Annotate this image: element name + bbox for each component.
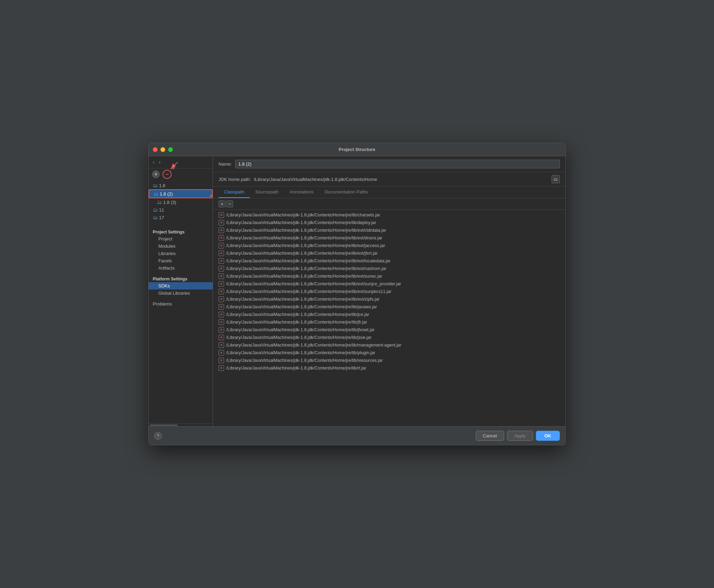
sidebar-item-label: Global Libraries (158, 291, 190, 296)
classpath-item[interactable]: ✕/Library/Java/JavaVirtualMachines/jdk-1… (213, 364, 565, 372)
tab-annotations[interactable]: Annotations (284, 186, 319, 198)
classpath-path: /Library/Java/JavaVirtualMachines/jdk-1.… (226, 228, 386, 233)
classpath-item[interactable]: ✕/Library/Java/JavaVirtualMachines/jdk-1… (213, 311, 565, 318)
ok-button[interactable]: OK (536, 431, 560, 441)
sidebar-list: 🗂 1.8 🗂 1.8 (2) (149, 180, 213, 423)
classpath-list: ✕/Library/Java/JavaVirtualMachines/jdk-1… (213, 210, 565, 426)
classpath-item[interactable]: ✕/Library/Java/JavaVirtualMachines/jdk-1… (213, 280, 565, 288)
classpath-item[interactable]: ✕/Library/Java/JavaVirtualMachines/jdk-1… (213, 341, 565, 349)
sidebar-item-label: Modules (158, 244, 175, 249)
classpath-item[interactable]: ✕/Library/Java/JavaVirtualMachines/jdk-1… (213, 334, 565, 341)
add-sdk-button[interactable]: + (152, 170, 160, 178)
sidebar-item-project[interactable]: Project (149, 235, 213, 243)
annotation-2: 2 (173, 165, 175, 170)
jdk-path-row: JDK home path: /Library/Java/JavaVirtual… (213, 172, 565, 186)
classpath-path: /Library/Java/JavaVirtualMachines/jdk-1.… (226, 320, 367, 325)
jar-icon: ✕ (219, 258, 224, 264)
classpath-item[interactable]: ✕/Library/Java/JavaVirtualMachines/jdk-1… (213, 288, 565, 295)
sdk-item-17[interactable]: 🗂 17 (149, 214, 213, 221)
classpath-path: /Library/Java/JavaVirtualMachines/jdk-1.… (226, 259, 390, 263)
sidebar-item-artifacts[interactable]: Artifacts (149, 264, 213, 272)
sidebar-item-label: SDKs (158, 283, 170, 288)
platform-settings-header: Platform Settings (149, 275, 213, 282)
classpath-path: /Library/Java/JavaVirtualMachines/jdk-1.… (226, 343, 402, 348)
sdk-item-1.8-3[interactable]: 🗂 1.8 (3) (149, 198, 213, 206)
classpath-path: /Library/Java/JavaVirtualMachines/jdk-1.… (226, 327, 374, 332)
sdk-label: 1.8 (159, 183, 165, 188)
sdk-item-1.8[interactable]: 🗂 1.8 (149, 182, 213, 189)
cancel-button[interactable]: Cancel (476, 431, 504, 441)
name-label: Name: (219, 161, 232, 167)
sidebar-item-libraries[interactable]: Libraries (149, 250, 213, 257)
forward-button[interactable]: › (157, 158, 162, 166)
sidebar-nav: ‹ › (149, 156, 213, 168)
help-button[interactable]: ? (154, 432, 162, 440)
classpath-item[interactable]: ✕/Library/Java/JavaVirtualMachines/jdk-1… (213, 295, 565, 303)
sidebar-item-modules[interactable]: Modules (149, 243, 213, 250)
project-structure-window: Project Structure ‹ › + − 2 (148, 143, 566, 445)
sidebar-item-sdks[interactable]: SDKs (149, 282, 213, 289)
name-input[interactable] (235, 160, 560, 168)
remove-classpath-button[interactable]: − (226, 200, 233, 207)
classpath-path: /Library/Java/JavaVirtualMachines/jdk-1.… (226, 350, 375, 355)
classpath-path: /Library/Java/JavaVirtualMachines/jdk-1.… (226, 312, 369, 317)
classpath-item[interactable]: ✕/Library/Java/JavaVirtualMachines/jdk-1… (213, 257, 565, 265)
classpath-path: /Library/Java/JavaVirtualMachines/jdk-1.… (226, 281, 401, 286)
sidebar-item-label: Artifacts (158, 265, 175, 271)
apply-button[interactable]: Apply (507, 431, 533, 441)
classpath-item[interactable]: ✕/Library/Java/JavaVirtualMachines/jdk-1… (213, 318, 565, 326)
sdk-label: 17 (159, 215, 164, 220)
jar-icon: ✕ (219, 266, 224, 271)
jar-icon: ✕ (219, 327, 224, 333)
sidebar-item-global-libraries[interactable]: Global Libraries (149, 289, 213, 297)
sdk-folder-icon: 🗂 (153, 191, 158, 197)
classpath-path: /Library/Java/JavaVirtualMachines/jdk-1.… (226, 220, 376, 225)
classpath-item[interactable]: ✕/Library/Java/JavaVirtualMachines/jdk-1… (213, 326, 565, 334)
classpath-item[interactable]: ✕/Library/Java/JavaVirtualMachines/jdk-1… (213, 227, 565, 234)
tab-documentation-paths[interactable]: Documentation Paths (319, 186, 373, 198)
classpath-path: /Library/Java/JavaVirtualMachines/jdk-1.… (226, 213, 380, 217)
sidebar-item-label: Facets (158, 258, 172, 263)
bottom-bar: ? Cancel Apply OK (149, 426, 565, 445)
sidebar-item-facets[interactable]: Facets (149, 257, 213, 264)
classpath-item[interactable]: ✕/Library/Java/JavaVirtualMachines/jdk-1… (213, 242, 565, 249)
browse-folder-button[interactable]: 🗂 (552, 175, 560, 183)
tab-sourcepath[interactable]: Sourcepath (250, 186, 284, 198)
classpath-path: /Library/Java/JavaVirtualMachines/jdk-1.… (226, 243, 385, 248)
classpath-item[interactable]: ✕/Library/Java/JavaVirtualMachines/jdk-1… (213, 272, 565, 280)
sdk-item-1.8-2[interactable]: 🗂 1.8 (2) 1 (149, 189, 213, 198)
jar-icon: ✕ (219, 342, 224, 348)
window-title: Project Structure (339, 147, 375, 152)
sdk-label: 1.8 (2) (160, 191, 173, 197)
classpath-item[interactable]: ✕/Library/Java/JavaVirtualMachines/jdk-1… (213, 265, 565, 272)
maximize-button[interactable] (168, 147, 173, 152)
action-buttons: Cancel Apply OK (476, 431, 560, 441)
close-button[interactable] (153, 147, 158, 152)
classpath-item[interactable]: ✕/Library/Java/JavaVirtualMachines/jdk-1… (213, 234, 565, 242)
back-button[interactable]: ‹ (151, 158, 156, 166)
classpath-item[interactable]: ✕/Library/Java/JavaVirtualMachines/jdk-1… (213, 211, 565, 219)
minimize-button[interactable] (160, 147, 165, 152)
classpath-item[interactable]: ✕/Library/Java/JavaVirtualMachines/jdk-1… (213, 349, 565, 357)
classpath-path: /Library/Java/JavaVirtualMachines/jdk-1.… (226, 366, 366, 371)
name-row: Name: (213, 156, 565, 172)
classpath-item[interactable]: ✕/Library/Java/JavaVirtualMachines/jdk-1… (213, 303, 565, 311)
sidebar-item-problems[interactable]: Problems (149, 300, 213, 308)
classpath-item[interactable]: ✕/Library/Java/JavaVirtualMachines/jdk-1… (213, 249, 565, 257)
classpath-item[interactable]: ✕/Library/Java/JavaVirtualMachines/jdk-1… (213, 357, 565, 364)
tab-classpath[interactable]: Classpath (219, 186, 250, 198)
classpath-path: /Library/Java/JavaVirtualMachines/jdk-1.… (226, 358, 383, 363)
titlebar: Project Structure (149, 143, 565, 156)
jar-icon: ✕ (219, 350, 224, 356)
jar-icon: ✕ (219, 358, 224, 363)
sidebar: ‹ › + − 2 (149, 156, 213, 426)
sdk-item-11[interactable]: 🗂 11 (149, 206, 213, 214)
classpath-item[interactable]: ✕/Library/Java/JavaVirtualMachines/jdk-1… (213, 219, 565, 227)
add-classpath-button[interactable]: + (219, 200, 225, 207)
jdk-path-label: JDK home path: (219, 177, 251, 182)
jar-icon: ✕ (219, 335, 224, 340)
sdk-label: 1.8 (3) (163, 200, 176, 205)
sdk-folder-icon: 🗂 (153, 207, 158, 213)
jar-icon: ✕ (219, 319, 224, 325)
jar-icon: ✕ (219, 251, 224, 256)
